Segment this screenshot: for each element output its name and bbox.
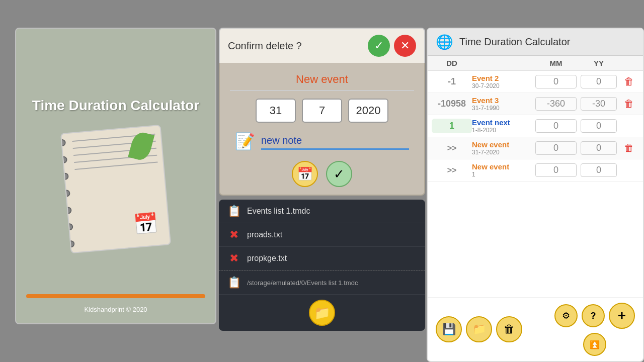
events-table: DD MM YY -1 Event 2 30-7-2020 0 0 🗑 -109… <box>428 56 643 297</box>
confirm-delete-dialog: Confirm delete ? ✓ ✕ <box>219 28 425 63</box>
delete-event-button[interactable]: 🗑 <box>624 142 634 154</box>
column-headers: DD MM YY <box>428 56 643 71</box>
col-event <box>472 59 533 67</box>
event-date: 1-8-2020 <box>472 127 533 134</box>
save-button[interactable]: 💾 <box>436 316 462 342</box>
event-name: Event next <box>472 118 533 127</box>
file-item-tmdc[interactable]: 📋 Events list 1.tmdc <box>219 200 425 223</box>
yy-cell: -30 <box>581 97 617 111</box>
settings-button[interactable]: ⚙ <box>554 304 578 327</box>
delete-event-button[interactable]: 🗑 <box>624 98 634 110</box>
spiral-ring <box>60 156 67 163</box>
yy-cell: 0 <box>581 75 617 88</box>
col-mm: MM <box>533 59 579 67</box>
confirm-delete-yes-button[interactable]: ✓ <box>368 35 390 57</box>
form-actions: 📅 ✓ <box>230 161 414 187</box>
event-info: Event 2 30-7-2020 <box>472 74 533 89</box>
help-button[interactable]: ? <box>582 304 605 327</box>
table-row: 1 Event next 1-8-2020 0 0 <box>428 115 643 137</box>
mm-cell: 0 <box>535 141 577 155</box>
dd-cell: -1 <box>432 74 472 89</box>
confirm-delete-buttons: ✓ ✕ <box>368 35 416 57</box>
event-name: Event 2 <box>472 74 533 82</box>
note-input[interactable] <box>261 133 409 150</box>
folder-btn-row: 📁 <box>219 295 425 331</box>
event-info: Event 3 31-7-1990 <box>472 96 533 112</box>
file-item-propkge[interactable]: ✖ propkge.txt <box>219 247 425 270</box>
dd-cell: >> <box>432 164 472 177</box>
add-event-button[interactable]: + <box>609 303 635 329</box>
table-row: >> New event 1 0 0 <box>428 159 643 182</box>
toolbar-right: ⚙ ? + ⏫ <box>554 303 635 356</box>
app-title: Time Duration Calculator <box>459 36 570 48</box>
note-icon: 📝 <box>235 132 255 151</box>
mm-cell: 0 <box>535 75 577 88</box>
event-info: New event 1 <box>472 162 533 178</box>
right-header: 🌐 Time Duration Calculator <box>428 29 643 56</box>
event-rows-container: -1 Event 2 30-7-2020 0 0 🗑 -10958 Event … <box>428 71 643 182</box>
event-name: New event <box>472 162 533 171</box>
spiral-ring <box>67 240 75 248</box>
confirm-delete-text: Confirm delete ? <box>228 40 302 52</box>
mm-cell: 0 <box>535 163 577 177</box>
calendar-button[interactable]: 📅 <box>292 161 318 187</box>
spiral-ring <box>66 223 73 231</box>
toolbar-row-3: ⏫ <box>583 333 606 356</box>
file-path-item: 📋 /storage/emulated/0/Events list 1.tmdc <box>219 270 425 295</box>
file-icon-tmdc: 📋 <box>227 205 241 218</box>
date-row <box>230 99 414 123</box>
folder-button[interactable]: 📁 <box>309 300 335 326</box>
orange-progress-bar <box>26 294 205 298</box>
day-input[interactable] <box>256 99 296 123</box>
month-input[interactable] <box>302 99 342 123</box>
notebook: 📅 <box>60 125 171 254</box>
toolbar-row-2: ⚙ ? + <box>554 303 635 329</box>
scroll-up-button[interactable]: ⏫ <box>583 333 606 356</box>
spiral-ring <box>61 172 69 180</box>
event-date: 30-7-2020 <box>472 82 533 89</box>
app-icon: 🌐 <box>436 34 453 50</box>
center-panel: Confirm delete ? ✓ ✕ New event 📝 📅 ✓ 📋 E… <box>219 28 425 362</box>
dd-cell: 1 <box>432 119 472 133</box>
open-folder-button[interactable]: 📁 <box>466 316 492 342</box>
splash-title: Time Duration Calculator <box>32 98 199 114</box>
new-event-title: New event <box>230 73 414 91</box>
notebook-leaf <box>130 131 157 163</box>
dd-cell: >> <box>432 142 472 155</box>
confirm-delete-no-button[interactable]: ✕ <box>394 35 416 57</box>
yy-cell: 0 <box>581 141 617 155</box>
dd-cell: -10958 <box>432 97 472 111</box>
event-date: 31-7-2020 <box>472 149 533 156</box>
file-name-propkge: propkge.txt <box>247 254 287 263</box>
toolbar-left: 💾 📁 🗑 <box>436 316 522 342</box>
event-info: Event next 1-8-2020 <box>472 118 533 134</box>
splash-copyright: Kidshandprint © 2020 <box>84 306 147 313</box>
event-date: 1 <box>472 171 533 178</box>
spiral-ring <box>60 139 66 146</box>
file-icon-proads: ✖ <box>227 228 241 241</box>
spiral-ring <box>63 190 70 197</box>
mm-cell: -360 <box>535 97 577 111</box>
splash-panel: Time Duration Calculator 📅 <box>15 28 216 324</box>
year-input[interactable] <box>348 99 388 123</box>
file-name-proads: proads.txt <box>247 230 282 239</box>
delete-cell: 🗑 <box>619 142 639 154</box>
new-event-form: New event 📝 📅 ✓ <box>219 63 425 196</box>
file-item-proads[interactable]: ✖ proads.txt <box>219 223 425 247</box>
file-icon-path: 📋 <box>227 276 241 289</box>
file-name-tmdc: Events list 1.tmdc <box>247 207 310 216</box>
delete-event-button[interactable]: 🗑 <box>624 76 634 87</box>
delete-all-button[interactable]: 🗑 <box>496 316 522 342</box>
table-row: -10958 Event 3 31-7-1990 -360 -30 🗑 <box>428 93 643 115</box>
yy-cell: 0 <box>581 119 617 133</box>
event-name: Event 3 <box>472 96 533 105</box>
table-row: -1 Event 2 30-7-2020 0 0 🗑 <box>428 71 643 93</box>
event-info: New event 31-7-2020 <box>472 140 533 156</box>
note-row: 📝 <box>230 132 414 151</box>
file-icon-propkge: ✖ <box>227 252 241 265</box>
form-confirm-button[interactable]: ✓ <box>326 161 352 187</box>
spiral-ring <box>64 206 72 214</box>
delete-cell: 🗑 <box>619 76 639 87</box>
delete-cell: 🗑 <box>619 98 639 110</box>
notebook-graphic: 📅 <box>60 124 171 254</box>
